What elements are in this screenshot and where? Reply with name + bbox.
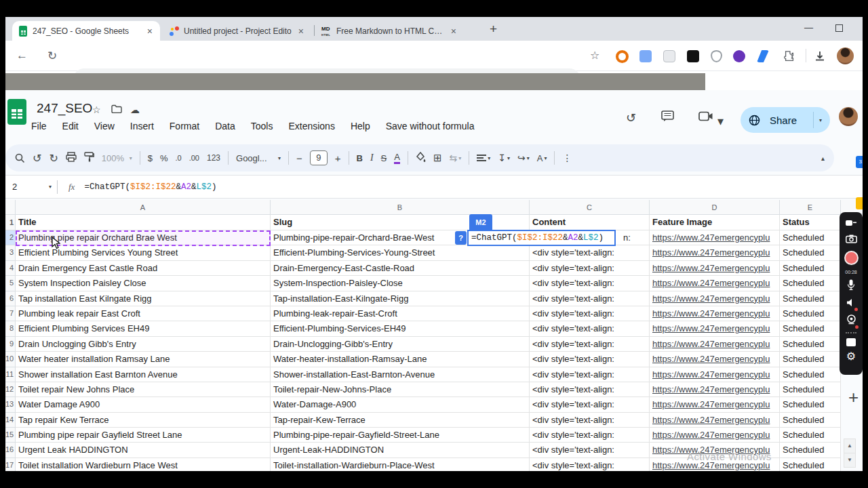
browser-extension-icon[interactable]	[757, 50, 769, 62]
cell-content[interactable]: <div style='text-align:	[530, 291, 650, 306]
paint-format-icon[interactable]	[84, 152, 94, 164]
formula-text[interactable]: =ChatGPT($I$2:I$22&A2&L$2)	[84, 182, 216, 192]
cell-header-feature-image[interactable]: Feature Image	[650, 215, 780, 230]
row-header[interactable]: 8	[5, 321, 16, 336]
browser-extension-icon[interactable]	[639, 50, 652, 62]
screenshot-camera-icon[interactable]	[846, 234, 857, 246]
cell-feature-image-link[interactable]: https://www.247emergencyplu	[650, 382, 780, 397]
calendar-icon[interactable]: 31	[856, 156, 863, 168]
menu-save-without-formula[interactable]: Save without formula	[386, 121, 475, 131]
cell-content[interactable]: <div style='text-align:	[530, 352, 650, 367]
grid-corner[interactable]	[5, 200, 16, 215]
cell-status[interactable]: Scheduled	[780, 291, 841, 306]
cell-title[interactable]: Tap repair Kew Terrace	[16, 413, 271, 428]
browser-profile-avatar[interactable]	[837, 47, 854, 64]
zoom-select[interactable]: 100% ▾	[102, 153, 132, 163]
browser-extension-icon[interactable]	[616, 50, 629, 63]
pages-icon[interactable]	[846, 338, 856, 346]
cell-feature-image-link[interactable]: https://www.247emergencyplu	[650, 291, 780, 306]
cell-status[interactable]: Scheduled	[780, 397, 841, 412]
tab-apps-script[interactable]: Untitled project - Project Edito ×	[163, 21, 311, 41]
cell-feature-image-link[interactable]: https://www.247emergencyplu	[650, 306, 780, 321]
chevron-down-icon[interactable]: ▾	[49, 184, 52, 190]
cell-title[interactable]: Plumbing leak repair East Croft	[16, 306, 271, 321]
decrease-decimal-button[interactable]: .0	[176, 154, 182, 162]
user-avatar[interactable]	[839, 107, 858, 126]
decrease-font-size-button[interactable]: −	[296, 152, 302, 164]
document-title[interactable]: 247_SEO	[37, 101, 92, 116]
browser-extension-icon[interactable]	[663, 50, 675, 62]
bold-button[interactable]: B	[357, 153, 363, 163]
close-icon[interactable]: ×	[296, 26, 306, 37]
cell-content[interactable]: <div style='text-align:	[530, 276, 650, 291]
row-header[interactable]: 17	[5, 458, 16, 471]
formula-help-badge[interactable]: ?	[455, 231, 467, 245]
share-button[interactable]: Share ▾	[741, 107, 830, 133]
cell-header-status[interactable]: Status	[780, 215, 841, 230]
cell-slug[interactable]: Water-Damage-A900	[271, 397, 530, 412]
download-icon[interactable]	[814, 50, 826, 62]
row-header[interactable]: 15	[5, 428, 16, 443]
back-icon[interactable]: ←	[16, 49, 28, 62]
row-header[interactable]: 7	[5, 306, 16, 321]
cell-title[interactable]: Drain Emergency East Castle Road	[16, 261, 271, 276]
cell-content[interactable]: <div style='text-align:	[530, 458, 650, 471]
increase-font-size-button[interactable]: +	[335, 152, 341, 164]
cell-feature-image-link[interactable]: https://www.247emergencyplu	[650, 352, 780, 367]
column-header-a[interactable]: A	[16, 200, 271, 215]
cell-slug[interactable]: Tap-installation-East-Kilngate-Rigg	[271, 291, 530, 306]
cell-slug[interactable]: Plumbing-leak-repair-East-Croft	[271, 306, 530, 321]
column-header-d[interactable]: D	[650, 200, 780, 215]
cell-content[interactable]: <div style='text-align:	[530, 306, 650, 321]
cell-status[interactable]: Scheduled	[780, 321, 841, 336]
cell-feature-image-link[interactable]: https://www.247emergencyplu	[650, 367, 780, 382]
tab-google-sheets[interactable]: 247_SEO - Google Sheets ×	[12, 21, 160, 41]
column-header-c[interactable]: C	[530, 200, 650, 215]
cell-status[interactable]: Scheduled	[780, 428, 841, 443]
cell-content[interactable]: <div style='text-align:	[530, 261, 650, 276]
search-icon[interactable]	[15, 153, 25, 163]
cell-status[interactable]: Scheduled	[780, 458, 841, 471]
row-header[interactable]: 9	[5, 337, 16, 352]
cell-slug[interactable]: Plumbing-pipe-repair-Gayfield-Street-Lan…	[271, 428, 530, 443]
row-header[interactable]: 14	[5, 413, 16, 428]
font-select[interactable]: Googl...▾	[236, 153, 281, 163]
menu-view[interactable]: View	[94, 121, 115, 131]
cell-feature-image-link[interactable]: https://www.247emergencyplu	[650, 428, 780, 443]
shield-extension-icon[interactable]	[711, 50, 722, 62]
microphone-icon[interactable]	[847, 279, 855, 293]
cell-content[interactable]: <div style='text-align:	[530, 367, 650, 382]
menu-format[interactable]: Format	[170, 121, 199, 131]
cell-slug[interactable]: System-Inspection-Paisley-Close	[271, 276, 530, 291]
new-tab-button[interactable]: +	[490, 22, 497, 37]
format-percent-button[interactable]: %	[160, 153, 168, 163]
extensions-puzzle-icon[interactable]	[783, 50, 795, 62]
horizontal-align-button[interactable]: ▾	[477, 155, 490, 161]
move-folder-icon[interactable]	[111, 104, 122, 115]
cell-feature-image-link[interactable]: https://www.247emergencyplu	[650, 413, 780, 428]
menu-edit[interactable]: Edit	[62, 121, 79, 131]
cell-content[interactable]: <div style='text-align:	[530, 443, 650, 458]
row-header[interactable]: 6	[5, 291, 16, 306]
print-icon[interactable]	[66, 152, 77, 164]
cell-status[interactable]: Scheduled	[780, 382, 841, 397]
close-icon[interactable]: ×	[449, 26, 458, 37]
cell-title[interactable]: Plumbing pipe repair Gayfield Street Lan…	[16, 428, 271, 443]
vertical-align-button[interactable]: ↧▾	[498, 152, 510, 163]
row-header[interactable]: 13	[5, 397, 16, 412]
cell-title[interactable]: Toilet repair New Johns Place	[16, 382, 271, 397]
undo-icon[interactable]: ↺	[33, 152, 41, 165]
cell-title[interactable]: Urgent Leak HADDINGTON	[16, 443, 271, 458]
cell-slug[interactable]: Toilet-installation-Wardieburn-Place-Wes…	[271, 458, 530, 471]
cell-slug[interactable]: Water-heater-installation-Ramsay-Lane	[271, 352, 530, 367]
webcam-icon[interactable]	[846, 314, 856, 327]
comment-icon[interactable]	[661, 110, 674, 125]
close-icon[interactable]: ×	[145, 26, 155, 37]
cell-status[interactable]: Scheduled	[780, 276, 841, 291]
cell-status[interactable]: Scheduled	[780, 367, 841, 382]
restore-window-button[interactable]	[835, 24, 843, 34]
cell-status[interactable]: Scheduled	[780, 230, 841, 245]
share-caret-icon[interactable]: ▾	[819, 117, 822, 123]
browser-extension-icon[interactable]	[733, 50, 745, 62]
increase-decimal-button[interactable]: .00	[189, 154, 199, 162]
